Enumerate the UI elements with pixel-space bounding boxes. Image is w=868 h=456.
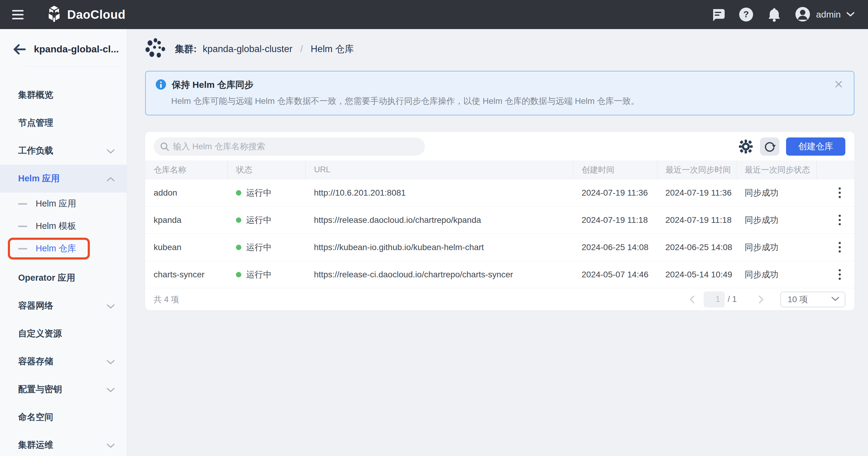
sidebar-item-operator-apps[interactable]: Operator 应用: [0, 264, 127, 292]
alert-description: Helm 仓库可能与远端 Helm 仓库数据不一致，您需要手动执行同步仓库操作，…: [171, 95, 834, 107]
col-header-actions: [816, 161, 855, 179]
row-actions-kebab-icon[interactable]: [833, 266, 846, 283]
created-time: 2024-05-07 14:46: [573, 261, 657, 288]
sidebar-item-container-storage[interactable]: 容器存储: [0, 348, 127, 375]
status-dot: [236, 218, 241, 223]
list-toolbar: 创建仓库: [145, 132, 855, 161]
sidebar-subitem-helm-repos[interactable]: Helm 仓库: [0, 237, 127, 260]
cluster-dots-icon: [145, 37, 165, 61]
repo-list-card: 创建仓库 仓库名称 状态 URL 创建时间 最近一次同步时间: [145, 132, 855, 311]
svg-text:?: ?: [743, 9, 749, 19]
main-content: 集群: kpanda-global-cluster / Helm 仓库: [127, 29, 868, 456]
sync-status: 同步成功: [736, 179, 816, 206]
bell-icon[interactable]: [767, 7, 781, 22]
table-row: charts-syncer 运行中 https://release-ci.dao…: [145, 261, 855, 288]
created-time: 2024-06-25 14:08: [573, 234, 657, 261]
sidebar-nav: 集群概览 节点管理 工作负载 Helm 应用 Helm 应用 Helm 模板 H…: [0, 67, 127, 456]
sidebar-item-container-network[interactable]: 容器网络: [0, 292, 127, 320]
repo-name: kubean: [145, 234, 227, 261]
sidebar-item-label: 工作负载: [18, 145, 53, 157]
col-header-created: 创建时间: [573, 161, 657, 179]
refresh-icon[interactable]: [760, 138, 779, 155]
create-repo-button[interactable]: 创建仓库: [786, 138, 845, 155]
sidebar-subitem-helm-templates[interactable]: Helm 模板: [0, 215, 127, 237]
last-sync-time: 2024-07-19 11:18: [657, 206, 736, 234]
helm-submenu: Helm 应用 Helm 模板 Helm 仓库: [0, 193, 127, 260]
page-number-input[interactable]: [704, 292, 725, 307]
row-actions-kebab-icon[interactable]: [833, 184, 846, 201]
repo-name: charts-syncer: [145, 261, 227, 288]
repo-table: 仓库名称 状态 URL 创建时间 最近一次同步时间 最近一次同步状态 addon: [145, 161, 855, 289]
sidebar-item-label: 节点管理: [18, 117, 53, 129]
sidebar-item-label: 容器存储: [18, 355, 53, 368]
sidebar-item-label: 集群运维: [18, 439, 53, 451]
sidebar-item-cluster-ops[interactable]: 集群运维: [0, 431, 127, 456]
breadcrumb-current: Helm 仓库: [311, 43, 354, 55]
col-header-name: 仓库名称: [145, 161, 227, 179]
app: DaoCloud ?: [0, 0, 868, 456]
sidebar-item-namespaces[interactable]: 命名空间: [0, 403, 127, 431]
chevron-down-icon: [107, 440, 115, 450]
brand-name: DaoCloud: [67, 8, 125, 22]
user-menu[interactable]: admin: [795, 6, 855, 23]
chevron-down-icon: [107, 357, 115, 367]
page-total: / 1: [728, 295, 737, 304]
row-actions-kebab-icon[interactable]: [833, 212, 846, 228]
col-header-sync-status: 最近一次同步状态: [736, 161, 816, 179]
sidebar-item-helm-apps[interactable]: Helm 应用: [0, 165, 127, 193]
sidebar-item-node-management[interactable]: 节点管理: [0, 109, 127, 137]
row-actions-kebab-icon[interactable]: [833, 239, 846, 256]
menu-icon[interactable]: [12, 8, 25, 21]
help-icon[interactable]: ?: [739, 7, 754, 22]
sidebar-item-custom-resources[interactable]: 自定义资源: [0, 320, 127, 348]
created-time: 2024-07-19 11:18: [573, 206, 657, 234]
pagination: / 1 10 项: [687, 292, 845, 307]
sync-status: 同步成功: [736, 261, 816, 288]
page-size-select[interactable]: 10 项: [780, 292, 845, 307]
status-text: 运行中: [246, 215, 272, 226]
repo-url: http://10.6.201.201:8081: [306, 179, 573, 206]
chat-icon[interactable]: [711, 7, 725, 22]
status-dot: [236, 245, 241, 250]
breadcrumb-separator: /: [300, 44, 303, 55]
sidebar-item-workloads[interactable]: 工作负载: [0, 137, 127, 165]
sidebar-item-label: Helm 应用: [36, 198, 76, 210]
last-sync-time: 2024-07-19 11:36: [657, 179, 736, 206]
brand: DaoCloud: [46, 5, 125, 24]
next-page-icon[interactable]: [756, 293, 766, 306]
sidebar-item-label: Helm 仓库: [36, 243, 76, 255]
status-text: 运行中: [246, 269, 272, 280]
topbar: DaoCloud ?: [0, 0, 868, 29]
gear-icon[interactable]: [738, 139, 753, 154]
search-icon: [160, 142, 170, 153]
col-header-last-sync: 最近一次同步时间: [657, 161, 736, 179]
sidebar-item-label: 容器网络: [18, 300, 53, 312]
last-sync-time: 2024-05-14 10:49: [657, 261, 736, 288]
username: admin: [816, 9, 841, 20]
sidebar-item-label: 配置与密钥: [18, 383, 62, 395]
dash-icon: [18, 203, 27, 205]
cluster-header: kpanda-global-cl...: [0, 29, 127, 66]
search-input[interactable]: [154, 138, 425, 155]
sidebar-item-label: 自定义资源: [18, 327, 62, 340]
repo-name: addon: [145, 179, 227, 206]
close-icon[interactable]: [834, 80, 843, 89]
sidebar: kpanda-global-cl... 集群概览 节点管理 工作负载: [0, 29, 127, 456]
sync-status: 同步成功: [736, 206, 816, 234]
alert-body: 保持 Helm 仓库同步 Helm 仓库可能与远端 Helm 仓库数据不一致，您…: [155, 79, 834, 107]
breadcrumb-cluster-link[interactable]: kpanda-global-cluster: [203, 44, 292, 55]
sidebar-item-cluster-overview[interactable]: 集群概览: [0, 81, 127, 109]
status-text: 运行中: [246, 187, 272, 199]
avatar: [795, 6, 810, 23]
status-text: 运行中: [246, 241, 272, 253]
info-alert: 保持 Helm 仓库同步 Helm 仓库可能与远端 Helm 仓库数据不一致，您…: [145, 71, 855, 115]
back-arrow-icon[interactable]: [13, 44, 26, 55]
prev-page-icon[interactable]: [687, 293, 697, 306]
table-header-row: 仓库名称 状态 URL 创建时间 最近一次同步时间 最近一次同步状态: [145, 161, 855, 179]
sidebar-item-config-secrets[interactable]: 配置与密钥: [0, 375, 127, 403]
table-row: kpanda 运行中 https://release.daocloud.io/c…: [145, 206, 855, 234]
sidebar-subitem-helm-apps[interactable]: Helm 应用: [0, 193, 127, 215]
col-header-url: URL: [306, 161, 573, 179]
dash-icon: [18, 248, 27, 250]
breadcrumb-label: 集群:: [175, 43, 196, 55]
